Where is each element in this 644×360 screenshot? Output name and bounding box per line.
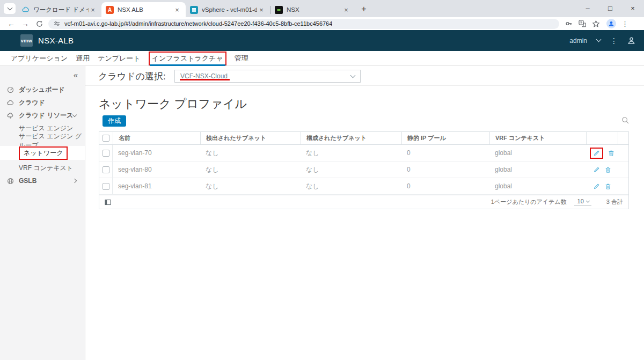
cell-static-ip-pool: 0 bbox=[401, 149, 489, 157]
annotation-box-infrastructure: インフラストラクチャ bbox=[149, 52, 226, 65]
column-header-static-ip-pool[interactable]: 静的 IP プール bbox=[401, 132, 489, 144]
chevron-down-icon bbox=[586, 199, 590, 202]
tab-title: vSphere - vcf-m01-dc01 - 仮想 bbox=[202, 6, 257, 14]
nav-administration[interactable]: 管理 bbox=[235, 51, 248, 66]
new-tab-button[interactable]: + bbox=[358, 4, 369, 14]
sidebar-item-cloud-resources[interactable]: クラウド リソース bbox=[0, 109, 85, 122]
sidebar: « ダッシュボード クラウド クラウド リソース bbox=[0, 66, 85, 360]
close-icon[interactable]: × bbox=[89, 5, 97, 14]
cell-name: seg-vlan-81 bbox=[113, 182, 200, 190]
page-title: ネットワーク プロファイル bbox=[99, 96, 247, 112]
browser-tab-nsx-alb[interactable]: A NSX ALB × bbox=[101, 2, 186, 17]
tab-title: ワークロード ドメイン - サマリ bbox=[33, 6, 89, 14]
chevron-down-icon[interactable] bbox=[596, 37, 602, 42]
create-button[interactable]: 作成 bbox=[103, 115, 126, 127]
column-header-spacer bbox=[618, 132, 628, 144]
sidebar-item-clouds[interactable]: クラウド bbox=[0, 96, 85, 109]
forward-button[interactable]: → bbox=[18, 19, 32, 28]
cloud-icon bbox=[7, 99, 14, 106]
delete-trash-icon[interactable] bbox=[605, 183, 611, 190]
browser-profile-avatar[interactable] bbox=[606, 19, 616, 28]
edit-pencil-icon[interactable] bbox=[593, 150, 600, 157]
sidebar-item-vrf-context[interactable]: VRF コンテキスト bbox=[0, 161, 85, 174]
close-icon[interactable]: × bbox=[342, 5, 350, 14]
nav-infrastructure[interactable]: インフラストラクチャ bbox=[149, 51, 226, 66]
sidebar-item-dashboard[interactable]: ダッシュボード bbox=[0, 83, 85, 96]
cloud-select-dropdown[interactable]: VCF-NSX-Cloud bbox=[174, 70, 361, 83]
more-options-icon[interactable]: ⋮ bbox=[610, 36, 618, 45]
select-all-checkbox[interactable] bbox=[103, 135, 109, 142]
user-menu-label[interactable]: admin bbox=[569, 37, 587, 45]
sidebar-item-networks[interactable]: ネットワーク bbox=[0, 146, 85, 160]
window-minimize-button[interactable]: – bbox=[576, 0, 599, 16]
user-account-icon[interactable] bbox=[627, 36, 635, 45]
edit-pencil-icon[interactable] bbox=[593, 166, 600, 173]
cloud-favicon bbox=[21, 6, 30, 14]
nav-applications[interactable]: アプリケーション bbox=[11, 51, 68, 66]
table-row[interactable]: seg-vlan-70 なし なし 0 global bbox=[99, 145, 628, 161]
column-header-name[interactable]: 名前 bbox=[113, 132, 200, 144]
table-footer: 1ページあたりのアイテム数 10 3 合計 bbox=[99, 195, 628, 209]
site-info-icon[interactable] bbox=[54, 20, 60, 27]
table-row[interactable]: seg-vlan-80 なし なし 0 global bbox=[99, 161, 628, 178]
column-settings-icon[interactable] bbox=[105, 199, 111, 205]
vmware-logo: vmw bbox=[20, 34, 33, 47]
back-button[interactable]: ← bbox=[4, 19, 18, 28]
chevron-right-icon bbox=[72, 179, 77, 183]
dashboard-gauge-icon bbox=[7, 86, 14, 93]
app-header: vmw NSX-ALB admin ⋮ bbox=[0, 30, 644, 51]
close-icon[interactable]: × bbox=[173, 5, 181, 14]
primary-nav: アプリケーション 運用 テンプレート インフラストラクチャ 管理 bbox=[0, 51, 644, 66]
url-text: vcf-m01-avi.c.go-lab.jp/#!/admin/infrast… bbox=[64, 20, 332, 27]
browser-tab-nsx[interactable]: NSX × bbox=[270, 2, 355, 17]
nav-templates[interactable]: テンプレート bbox=[98, 51, 141, 66]
sidebar-item-gslb[interactable]: GSLB bbox=[0, 174, 85, 187]
browser-tab-strip: ワークロード ドメイン - サマリ × A NSX ALB × vSphere … bbox=[0, 0, 644, 17]
product-title: NSX-ALB bbox=[38, 36, 74, 45]
cell-name: seg-vlan-80 bbox=[113, 166, 200, 173]
window-close-button[interactable]: × bbox=[621, 0, 644, 16]
annotation-box-edit-icon bbox=[590, 148, 603, 159]
screenshot: ワークロード ドメイン - サマリ × A NSX ALB × vSphere … bbox=[0, 0, 644, 360]
column-header-configured-subnets[interactable]: 構成されたサブネット bbox=[301, 132, 401, 144]
cell-vrf-context: global bbox=[489, 149, 586, 157]
browser-menu-icon[interactable]: ⋮ bbox=[621, 20, 628, 28]
cell-discovered-subnets: なし bbox=[200, 182, 301, 191]
main-content: クラウドの選択: VCF-NSX-Cloud ネットワーク プロファイル 作成 … bbox=[85, 66, 644, 360]
cloud-resources-icon bbox=[7, 112, 14, 119]
cell-name: seg-vlan-70 bbox=[113, 149, 200, 157]
browser-toolbar: ← → vcf-m01-avi.c.go-lab.jp/#!/admin/inf… bbox=[0, 17, 644, 30]
sidebar-collapse-icon[interactable]: « bbox=[74, 70, 78, 79]
delete-trash-icon[interactable] bbox=[608, 150, 614, 157]
network-profiles-table: 名前 検出されたサブネット 構成されたサブネット 静的 IP プール VRF コ… bbox=[99, 131, 629, 209]
globe-icon bbox=[7, 177, 14, 185]
nav-operations[interactable]: 運用 bbox=[76, 51, 90, 66]
vsphere-favicon bbox=[190, 6, 198, 14]
items-per-page-select[interactable]: 10 bbox=[574, 198, 591, 206]
delete-trash-icon[interactable] bbox=[605, 166, 611, 173]
column-header-actions bbox=[586, 132, 618, 144]
items-per-page-label: 1ページあたりのアイテム数 bbox=[491, 198, 567, 206]
row-checkbox[interactable] bbox=[103, 166, 109, 173]
password-key-icon[interactable] bbox=[565, 20, 573, 27]
close-icon[interactable]: × bbox=[257, 5, 266, 14]
bookmark-star-icon[interactable] bbox=[592, 20, 600, 28]
row-checkbox[interactable] bbox=[103, 150, 109, 157]
translate-icon[interactable] bbox=[579, 20, 586, 27]
column-header-vrf-context[interactable]: VRF コンテキスト bbox=[489, 132, 586, 144]
cell-discovered-subnets: なし bbox=[200, 149, 301, 158]
browser-tab-workload-domain[interactable]: ワークロード ドメイン - サマリ × bbox=[17, 2, 101, 17]
column-header-discovered-subnets[interactable]: 検出されたサブネット bbox=[200, 132, 301, 144]
row-checkbox[interactable] bbox=[103, 183, 109, 190]
tab-title: NSX bbox=[287, 6, 342, 13]
cell-configured-subnets: なし bbox=[301, 149, 401, 158]
reload-button[interactable] bbox=[32, 20, 46, 27]
table-header-row: 名前 検出されたサブネット 構成されたサブネット 静的 IP プール VRF コ… bbox=[99, 132, 628, 145]
tab-search-button[interactable] bbox=[4, 3, 16, 14]
browser-tab-vsphere[interactable]: vSphere - vcf-m01-dc01 - 仮想 × bbox=[186, 2, 270, 17]
edit-pencil-icon[interactable] bbox=[593, 183, 600, 190]
window-maximize-button[interactable]: □ bbox=[599, 0, 621, 16]
url-bar[interactable]: vcf-m01-avi.c.go-lab.jp/#!/admin/infrast… bbox=[48, 19, 559, 29]
table-row[interactable]: seg-vlan-81 なし なし 0 global bbox=[99, 178, 628, 195]
search-icon[interactable] bbox=[621, 116, 630, 124]
